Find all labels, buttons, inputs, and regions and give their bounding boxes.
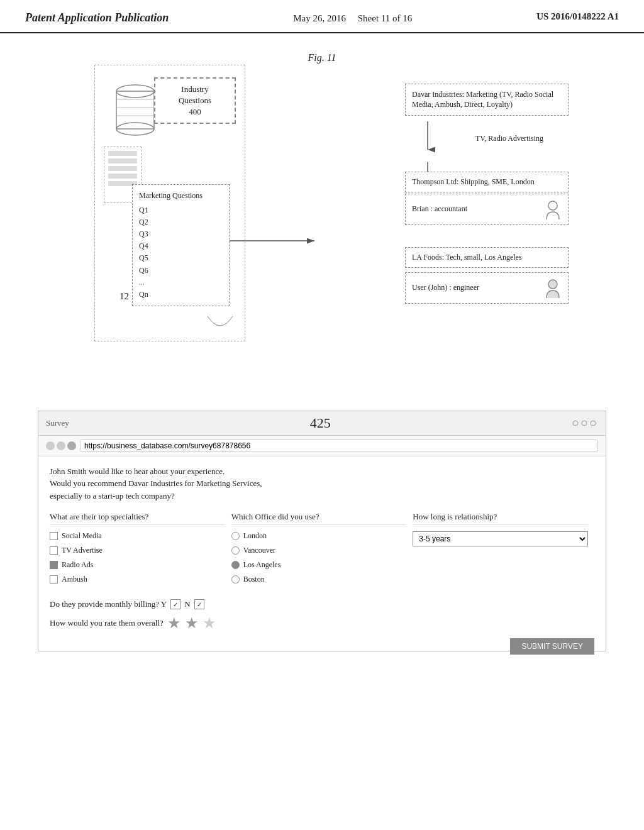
svg-point-12: [548, 280, 557, 289]
col-specialties: What are their top specialties? Social M…: [50, 512, 231, 589]
survey-number: 425: [69, 415, 572, 431]
label-london: London: [243, 531, 267, 541]
question-q6: Q6: [139, 265, 223, 277]
brian-avatar: [544, 199, 562, 219]
submit-button[interactable]: SUBMIT SURVEY: [510, 638, 594, 655]
fig-label: Fig. 11: [308, 52, 336, 64]
billing-no-checkbox[interactable]: ✓: [194, 599, 204, 609]
thompson-box: Thompson Ltd: Shipping, SME, London: [405, 172, 569, 192]
billing-label: Do they provide monthly billing? Y: [50, 599, 167, 609]
submit-area: SUBMIT SURVEY: [50, 638, 594, 642]
rating-label: How would you rate them overall?: [50, 618, 164, 628]
svg-point-11: [548, 201, 557, 210]
col1-option-tv[interactable]: TV Advertise: [50, 546, 225, 555]
survey-container: Survey 425 ○○○ John Smith would like to …: [38, 411, 606, 652]
radio-boston[interactable]: [231, 575, 240, 584]
john-avatar: [544, 278, 562, 298]
label-boston: Boston: [243, 575, 265, 584]
publication-date: May 26, 2016: [293, 13, 346, 23]
col1-option-radio[interactable]: Radio Ads: [50, 560, 225, 570]
question-qn: ...: [139, 277, 223, 289]
col3-header: How long is relationship?: [413, 512, 588, 525]
question-qn-label: Qn: [139, 289, 223, 301]
checkbox-ambush[interactable]: [50, 575, 58, 584]
refresh-button[interactable]: [67, 441, 76, 450]
survey-intro: John Smith would like to hear about your…: [50, 465, 594, 502]
col-office: Which Office did you use? London Vancouv…: [231, 512, 413, 589]
billing-yes-checkbox[interactable]: ✓: [170, 599, 180, 609]
main-content: Fig. 11: [0, 33, 644, 665]
question-q4: Q4: [139, 240, 223, 252]
survey-url-bar: [38, 436, 606, 456]
marketing-title: Marketing Questions: [139, 190, 223, 202]
radio-la[interactable]: [231, 561, 240, 569]
col1-option-social-media[interactable]: Social Media: [50, 531, 225, 541]
label-radio: Radio Ads: [62, 560, 93, 570]
intro-line1: John Smith would like to hear about your…: [50, 465, 594, 478]
tv-radio-label: TV, Radio Advertising: [475, 134, 543, 143]
url-input[interactable]: [80, 440, 598, 452]
label-la: Los Angeles: [243, 560, 281, 570]
col2-option-la[interactable]: Los Angeles: [231, 560, 407, 570]
radio-vancouver[interactable]: [231, 546, 240, 555]
page-header: Patent Application Publication May 26, 2…: [0, 0, 644, 33]
survey-header-bar: Survey 425 ○○○: [38, 411, 606, 436]
rating-row: How would you rate them overall? ★ ★ ★: [50, 614, 594, 632]
survey-dots: ○○○: [572, 416, 598, 430]
brian-box: Brian : accountant: [405, 194, 569, 225]
user-john-box: User (John) : engineer: [405, 272, 569, 304]
industry-questions-box: Industry Questions 400: [154, 77, 236, 124]
patent-number: US 2016/0148222 A1: [536, 11, 619, 22]
checkbox-tv[interactable]: [50, 546, 58, 555]
star-3[interactable]: ★: [203, 614, 216, 632]
label-vancouver: Vancouver: [243, 546, 275, 555]
label-tv: TV Advertise: [62, 546, 103, 555]
la-foods-box: LA Foods: Tech, small, Los Angeles: [405, 247, 569, 268]
col2-header: Which Office did you use?: [231, 512, 407, 525]
col2-option-london[interactable]: London: [231, 531, 407, 541]
label-social-media: Social Media: [62, 531, 102, 541]
forward-button[interactable]: [57, 441, 65, 450]
question-q1: Q1: [139, 204, 223, 216]
survey-body: John Smith would like to hear about your…: [38, 456, 606, 651]
label-ambush: Ambush: [62, 575, 87, 584]
header-center: May 26, 2016 Sheet 11 of 16: [293, 11, 412, 26]
col-duration: How long is relationship? 3-5 years: [413, 512, 594, 589]
col1-option-ambush[interactable]: Ambush: [50, 575, 225, 584]
svg-rect-6: [116, 91, 154, 129]
database-cylinder: [113, 84, 157, 140]
question-q2: Q2: [139, 216, 223, 228]
question-q3: Q3: [139, 228, 223, 240]
col2-option-vancouver[interactable]: Vancouver: [231, 546, 407, 555]
star-2[interactable]: ★: [185, 614, 199, 632]
checkbox-radio[interactable]: [50, 561, 58, 569]
billing-row: Do they provide monthly billing? Y ✓ N ✓: [50, 599, 594, 609]
diagram-area: Fig. 11: [38, 46, 606, 398]
billing-n-label: N: [184, 599, 190, 609]
col1-header: What are their top specialties?: [50, 512, 225, 525]
sheet-info: Sheet 11 of 16: [358, 13, 413, 23]
back-button[interactable]: [46, 441, 55, 450]
radio-london[interactable]: [231, 532, 240, 540]
col2-option-boston[interactable]: Boston: [231, 575, 407, 584]
question-q5: Q5: [139, 252, 223, 264]
marketing-questions-box: Marketing Questions Q1 Q2 Q3 Q4 Q5 Q6 ..…: [132, 184, 230, 307]
intro-line2: Would you recommend Davar Industries for…: [50, 477, 594, 490]
patent-title: Patent Application Publication: [25, 11, 169, 25]
intro-line3: especially to a start-up tech company?: [50, 490, 594, 502]
duration-dropdown[interactable]: 3-5 years: [413, 531, 588, 546]
nav-buttons: [46, 441, 76, 450]
checkbox-social-media[interactable]: [50, 532, 58, 540]
diagram-num-12: 12: [119, 291, 129, 302]
survey-title: Survey: [46, 418, 69, 428]
davar-box: Davar Industries: Marketing (TV, Radio S…: [405, 84, 569, 116]
survey-columns: What are their top specialties? Social M…: [50, 512, 594, 589]
star-1[interactable]: ★: [167, 614, 181, 632]
